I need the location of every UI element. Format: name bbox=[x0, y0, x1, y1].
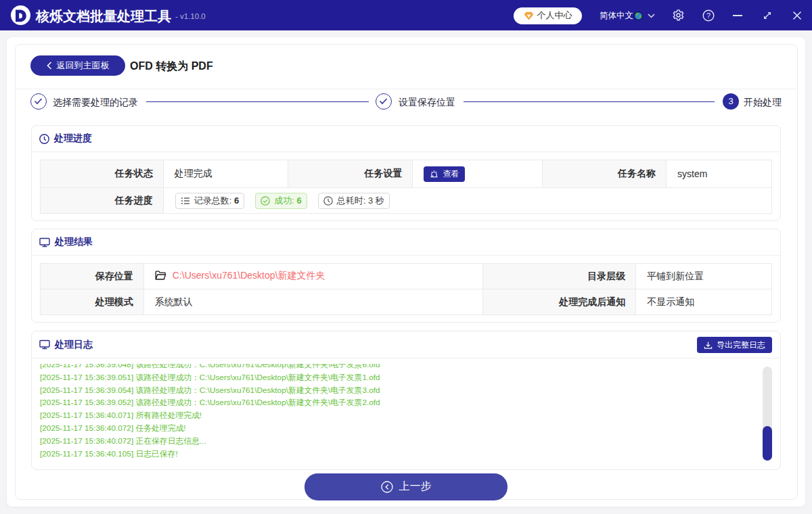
svg-text:?: ? bbox=[706, 11, 710, 20]
